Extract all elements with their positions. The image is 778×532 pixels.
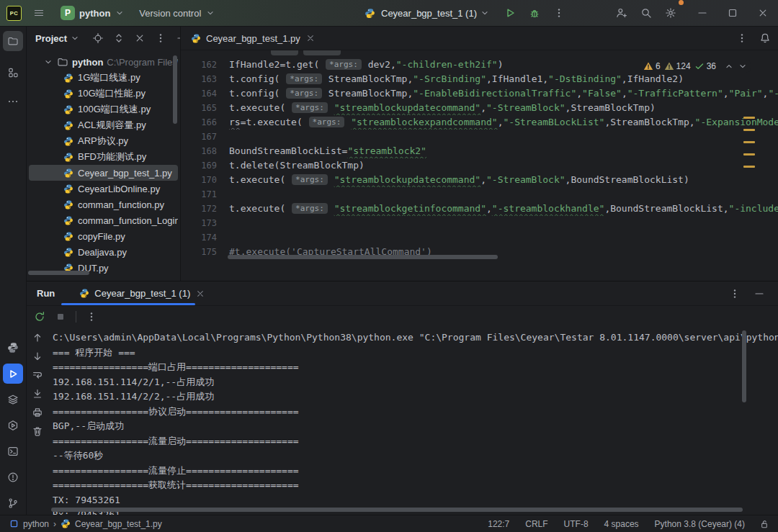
file-name: 1G端口线速.py <box>78 71 140 84</box>
close-tab-icon[interactable] <box>305 33 316 43</box>
hide-panel-icon[interactable] <box>754 288 765 299</box>
chevron-down-icon[interactable] <box>70 33 80 43</box>
tree-item[interactable]: ARP协议.py <box>29 133 178 149</box>
vcs-label: Version control <box>139 8 201 19</box>
code-line[interactable]: 165t.execute( *args: "streamblockupdatec… <box>181 101 778 115</box>
status-item[interactable]: CRLF <box>525 519 547 529</box>
code-line[interactable]: 174 <box>181 230 778 245</box>
project-tool-button[interactable] <box>3 31 23 51</box>
vcs-widget[interactable]: Version control <box>135 4 220 22</box>
chevron-down-icon[interactable] <box>43 57 53 67</box>
file-name: Dealjava.py <box>78 247 127 258</box>
code-line[interactable]: 171 <box>181 187 778 202</box>
code-text: BoundStreamBlockList="streamblock2" <box>229 144 426 158</box>
code-line[interactable]: 168BoundStreamBlockList="streamblock2" <box>181 144 778 158</box>
inspections-widget[interactable]: 6 124 36 <box>640 60 751 73</box>
run-anything-tool-button[interactable] <box>3 415 23 436</box>
minimize-button[interactable] <box>690 0 715 26</box>
more-tool-windows-button[interactable] <box>3 91 23 112</box>
project-widget[interactable]: P python <box>56 4 129 22</box>
chevron-down-icon[interactable] <box>480 8 490 18</box>
code-line[interactable]: 164t.config( *args: StreamBlockTmp,"-Ena… <box>181 86 778 101</box>
next-problem-icon[interactable] <box>738 61 748 71</box>
expand-collapse-icon[interactable] <box>113 32 125 44</box>
status-item[interactable]: UTF-8 <box>564 519 589 529</box>
code-line[interactable]: 167 <box>181 130 778 144</box>
code-line[interactable]: 173 <box>181 216 778 230</box>
editor-horizontal-scrollbar[interactable] <box>228 255 498 259</box>
structure-tool-button[interactable] <box>3 63 23 83</box>
down-stacktrace-icon[interactable] <box>32 351 43 362</box>
problems-tool-button[interactable] <box>3 467 23 487</box>
select-opened-file-icon[interactable] <box>92 32 104 44</box>
tree-item[interactable]: ACL规则容量.py <box>29 117 178 133</box>
run-panel-title[interactable]: Run <box>27 288 65 299</box>
console-vertical-scrollbar[interactable] <box>742 330 746 402</box>
maximize-button[interactable] <box>720 0 745 26</box>
settings-button[interactable] <box>658 0 683 26</box>
clear-all-icon[interactable] <box>32 425 43 437</box>
lock-icon[interactable] <box>759 519 769 529</box>
project-vertical-scrollbar[interactable] <box>173 55 177 124</box>
status-breadcrumb[interactable]: python › Ceyear_bgp_test_1.py <box>9 519 162 529</box>
project-panel-title[interactable]: Project <box>35 33 67 44</box>
run-button[interactable] <box>504 7 516 19</box>
scroll-to-end-icon[interactable] <box>32 388 43 400</box>
project-horizontal-scrollbar[interactable] <box>28 271 89 275</box>
notifications-bell-icon[interactable] <box>759 32 771 44</box>
code-line[interactable]: 163t.config( *args: StreamBlockTmp,"-Src… <box>181 72 778 86</box>
tree-root-item[interactable]: python C:\Program Files\Ce <box>29 54 178 70</box>
previous-problem-icon[interactable] <box>724 61 734 71</box>
code-line[interactable]: 172t.execute( *args: "streamblockgetinfo… <box>181 202 778 216</box>
title-bar: PC P python Version control Ceyear_bgp_t… <box>0 0 778 27</box>
code-line[interactable]: 166rs=t.execute( *args: "streamblockexpa… <box>181 115 778 130</box>
tree-item[interactable]: Ceyear_bgp_test_1.py <box>29 165 178 181</box>
status-item[interactable]: Python 3.8 (Ceyear) (4) <box>655 519 745 529</box>
console-line: =================端口占用===================… <box>53 360 778 375</box>
editor-options-icon[interactable] <box>736 32 748 44</box>
file-name: ACL规则容量.py <box>78 119 146 132</box>
code-line[interactable]: 170t.execute( *args: "streamblockupdatec… <box>181 173 778 187</box>
panel-options-icon[interactable] <box>729 288 741 299</box>
tree-item[interactable]: CeyearLibOnline.py <box>29 181 178 197</box>
terminal-tool-button[interactable] <box>3 441 23 461</box>
tree-item[interactable]: BFD功能测试.py <box>29 149 178 165</box>
up-stacktrace-icon[interactable] <box>32 332 43 343</box>
search-everywhere-button[interactable] <box>634 0 658 26</box>
python-packages-tool-button[interactable] <box>3 338 23 358</box>
more-run-options-button[interactable] <box>553 7 565 19</box>
status-item[interactable]: 122:7 <box>488 519 509 529</box>
tree-item[interactable]: 100G端口线速.py <box>29 102 178 117</box>
tree-item[interactable]: comman_function.py <box>29 197 178 212</box>
code-with-me-button[interactable] <box>609 0 634 26</box>
close-button[interactable] <box>751 0 775 26</box>
panel-options-icon[interactable] <box>155 32 166 44</box>
stop-button[interactable] <box>55 311 66 323</box>
main-menu-button[interactable] <box>29 4 49 22</box>
hide-panel-icon[interactable] <box>176 32 181 44</box>
close-tab-icon[interactable] <box>195 289 205 299</box>
services-tool-button[interactable] <box>3 389 23 410</box>
code-line[interactable]: 169t.delete(StreamBlockTmp) <box>181 158 778 173</box>
tree-item[interactable]: Dealjava.py <box>29 244 178 260</box>
editor-tab[interactable]: Ceyear_bgp_test_1.py <box>181 27 323 50</box>
code-area[interactable]: 162IfHandle2=t.get( *args: dev2,"-childr… <box>181 50 778 259</box>
console-output[interactable]: C:\Users\admin\AppData\Local\Programs\Py… <box>50 326 778 515</box>
soft-wrap-icon[interactable] <box>32 369 43 381</box>
debug-button[interactable] <box>529 7 540 19</box>
pycharm-logo-icon: PC <box>6 6 22 21</box>
console-horizontal-scrollbar[interactable] <box>51 508 743 512</box>
status-item[interactable]: 4 spaces <box>604 519 639 529</box>
rerun-button[interactable] <box>34 311 45 323</box>
print-icon[interactable] <box>32 407 43 418</box>
tree-item[interactable]: 10G端口性能.py <box>29 86 178 102</box>
tree-item[interactable]: 1G端口线速.py <box>29 70 178 86</box>
more-actions-icon[interactable] <box>86 311 97 323</box>
tree-item[interactable]: copyFile.py <box>29 228 178 244</box>
run-configuration[interactable]: Ceyear_bgp_test_1 (1) <box>381 8 477 19</box>
version-control-tool-button[interactable] <box>3 493 23 513</box>
run-tab[interactable]: Ceyear_bgp_test_1 (1) <box>73 281 211 305</box>
run-tool-button[interactable] <box>3 364 23 384</box>
tree-item[interactable]: comman_function_Login.py <box>29 212 178 228</box>
collapse-all-icon[interactable] <box>134 32 146 44</box>
